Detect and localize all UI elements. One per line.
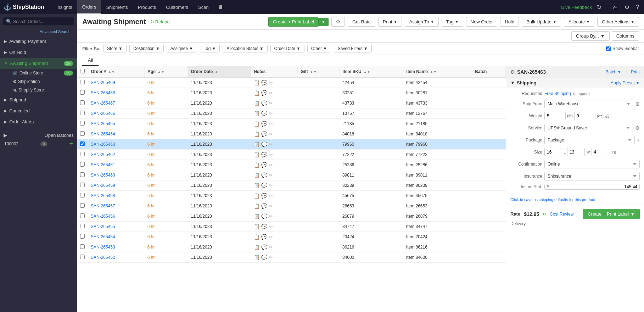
order-number[interactable]: SAN-265452 — [88, 252, 145, 263]
filter-saved-filters[interactable]: Saved Filters ▼ — [334, 45, 372, 52]
filter-tag[interactable]: Tag ▼ — [200, 45, 220, 52]
table-row[interactable]: SAN-265454 6 hr 11/16/2023 📋 💬 ✏ 20424 I… — [77, 232, 506, 242]
order-number[interactable]: SAN-265461 — [88, 160, 145, 170]
notes-msg-icon[interactable]: 💬 — [261, 162, 267, 168]
table-row[interactable]: SAN-265462 6 hr 11/16/2023 📋 💬 ✏ 77222 I… — [77, 150, 506, 160]
notes-msg-icon[interactable]: 💬 — [261, 183, 267, 188]
notes-edit-icon[interactable]: ✏ — [269, 90, 273, 96]
notes-doc-icon[interactable]: 📋 — [254, 172, 260, 178]
row-checkbox[interactable] — [77, 160, 88, 170]
cost-review-link[interactable]: Cost Review — [550, 212, 573, 217]
row-checkbox[interactable] — [77, 201, 88, 211]
notes-doc-icon[interactable]: 📋 — [254, 193, 260, 199]
notes-edit-icon[interactable]: ✏ — [269, 152, 273, 157]
notes-edit-icon[interactable]: ✏ — [269, 172, 273, 178]
col-order-date[interactable]: Order Date ▲ — [188, 66, 251, 77]
row-checkbox[interactable] — [77, 150, 88, 160]
search-input[interactable] — [13, 19, 71, 24]
row-select-checkbox[interactable] — [80, 121, 85, 126]
insurance-select[interactable]: Shipsurance — [544, 172, 640, 180]
notes-edit-icon[interactable]: ✏ — [269, 131, 273, 137]
sidebar-item-shipstation[interactable]: ⚙ ShipStation — [9, 77, 77, 86]
tab-all[interactable]: All — [82, 55, 99, 66]
row-select-checkbox[interactable] — [80, 141, 85, 146]
filter-allocation-status[interactable]: Allocation Status ▼ — [223, 45, 267, 52]
sidebar-item-awaiting-shipment[interactable]: ▼ Awaiting Shipment 39 — [0, 58, 77, 69]
row-select-checkbox[interactable] — [80, 255, 85, 259]
create-print-dropdown[interactable]: ▼ — [318, 18, 329, 26]
table-row[interactable]: SAN-265463 6 hr 11/16/2023 📋 💬 ✏ 79960 I… — [77, 139, 506, 150]
table-row[interactable]: SAN-265460 6 hr 11/16/2023 📋 💬 ✏ 89811 I… — [77, 170, 506, 180]
row-select-checkbox[interactable] — [80, 234, 85, 239]
table-row[interactable]: SAN-265461 6 hr 11/16/2023 📋 💬 ✏ 25286 I… — [77, 160, 506, 170]
notes-msg-icon[interactable]: 💬 — [261, 172, 267, 178]
row-select-checkbox[interactable] — [80, 100, 85, 105]
order-number[interactable]: SAN-265462 — [88, 150, 145, 160]
notes-msg-icon[interactable]: 💬 — [261, 152, 267, 157]
size-w-input[interactable] — [567, 148, 585, 156]
order-number[interactable]: SAN-265468 — [88, 88, 145, 98]
rate-refresh-icon[interactable]: ↻ — [543, 212, 546, 217]
other-actions-btn[interactable]: Other Actions ▼ — [597, 17, 639, 27]
size-h-input[interactable] — [592, 148, 609, 156]
refresh-icon[interactable]: ↻ — [595, 2, 603, 12]
col-gift[interactable]: Gift ▲▼ — [298, 66, 340, 77]
row-checkbox[interactable] — [77, 129, 88, 139]
sidebar-item-awaiting-payment[interactable]: ▶ Awaiting Payment — [0, 36, 77, 47]
notes-edit-icon[interactable]: ✏ — [269, 111, 273, 116]
notes-msg-icon[interactable]: 💬 — [261, 203, 267, 209]
service-select[interactable]: UPS® Ground Saver — [544, 124, 633, 132]
notes-edit-icon[interactable]: ✏ — [269, 234, 273, 240]
get-rate-btn[interactable]: Get Rate — [348, 17, 375, 27]
nav-customers[interactable]: Customers — [161, 0, 193, 14]
weight-scale-icon[interactable]: ⚖ — [605, 113, 610, 119]
table-row[interactable]: SAN-265452 6 hr 11/16/2023 📋 💬 ✏ 84600 I… — [77, 252, 506, 263]
advanced-search-link[interactable]: Advanced Search... — [0, 29, 77, 36]
row-select-checkbox[interactable] — [80, 152, 85, 156]
ship-from-settings-icon[interactable]: ⊞ — [635, 101, 640, 107]
nav-shipments[interactable]: Shipments — [101, 0, 133, 14]
shipping-section-header[interactable]: ▼ Shipping Apply Preset ▼ — [506, 78, 644, 88]
notes-msg-icon[interactable]: 💬 — [261, 193, 267, 199]
table-row[interactable]: SAN-265464 6 hr 11/16/2023 📋 💬 ✏ 84018 I… — [77, 129, 506, 139]
col-batch[interactable]: Batch — [472, 66, 506, 77]
table-row[interactable]: SAN-265467 6 hr 11/16/2023 📋 💬 ✏ 43733 I… — [77, 98, 506, 108]
notes-doc-icon[interactable]: 📋 — [254, 162, 260, 168]
row-select-checkbox[interactable] — [80, 183, 85, 187]
col-order-num[interactable]: Order # ▲▼ — [88, 66, 145, 77]
new-order-btn[interactable]: New Order — [466, 17, 498, 27]
notes-edit-icon[interactable]: ✏ — [269, 100, 273, 106]
notes-edit-icon[interactable]: ✏ — [269, 244, 273, 250]
notes-edit-icon[interactable]: ✏ — [269, 121, 273, 127]
order-number[interactable]: SAN-265460 — [88, 170, 145, 180]
create-print-label-btn[interactable]: Create + Print Label ▼ — [268, 17, 329, 27]
notes-edit-icon[interactable]: ✏ — [269, 224, 273, 229]
weight-lbs-input[interactable] — [544, 112, 566, 120]
order-number[interactable]: SAN-265455 — [88, 222, 145, 232]
show-sidebar-checkbox[interactable] — [606, 46, 611, 51]
add-batch-btn[interactable]: + — [69, 140, 73, 147]
sidebar-item-shopify[interactable]: 🛍 Shopify Store — [9, 86, 77, 94]
table-row[interactable]: SAN-265455 6 hr 11/16/2023 📋 💬 ✏ 34747 I… — [77, 222, 506, 232]
notes-msg-icon[interactable]: 💬 — [261, 213, 267, 219]
package-select[interactable]: Package — [544, 136, 635, 144]
row-checkbox[interactable] — [77, 242, 88, 252]
sidebar-item-shipped[interactable]: ▶ Shipped — [0, 94, 77, 105]
notes-msg-icon[interactable]: 💬 — [261, 100, 267, 106]
notes-msg-icon[interactable]: 💬 — [261, 244, 267, 250]
notes-doc-icon[interactable]: 📋 — [254, 111, 260, 116]
notes-msg-icon[interactable]: 💬 — [261, 234, 267, 240]
table-row[interactable]: SAN-265457 6 hr 11/16/2023 📋 💬 ✏ 26653 I… — [77, 201, 506, 211]
notes-msg-icon[interactable]: 💬 — [261, 90, 267, 96]
row-select-checkbox[interactable] — [80, 224, 85, 228]
notes-doc-icon[interactable]: 📋 — [254, 244, 260, 250]
filter-assignee[interactable]: Assignee ▼ — [167, 45, 197, 52]
row-checkbox[interactable] — [77, 252, 88, 263]
order-number[interactable]: SAN-265456 — [88, 211, 145, 222]
nav-scan[interactable]: Scan — [193, 0, 214, 14]
open-batches-section[interactable]: ▶ Open Batches — [0, 130, 77, 139]
filter-icon-btn[interactable]: ⚙ — [331, 17, 345, 27]
row-checkbox[interactable] — [77, 139, 88, 150]
sidebar-item-on-hold[interactable]: ▶ On Hold — [0, 47, 77, 58]
filter-destination[interactable]: Destination ▼ — [129, 45, 164, 52]
